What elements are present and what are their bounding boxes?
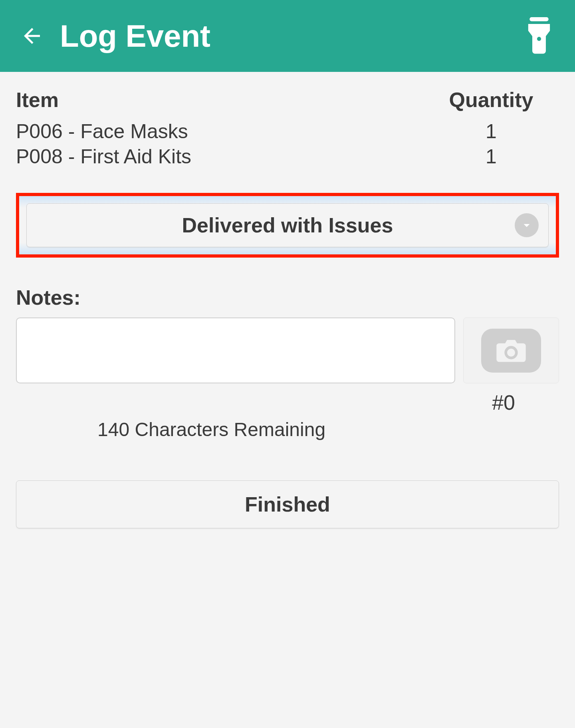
notes-row <box>16 317 559 383</box>
table-row: P006 - Face Masks 1 <box>16 119 559 144</box>
camera-icon <box>481 329 541 373</box>
item-quantity: 1 <box>423 119 559 144</box>
status-dropdown[interactable]: Delivered with Issues <box>26 203 549 247</box>
flashlight-button[interactable] <box>523 16 555 56</box>
svg-rect-0 <box>529 17 549 21</box>
characters-remaining: 140 Characters Remaining <box>16 419 407 440</box>
app-header: Log Event <box>0 0 575 72</box>
table-row: P008 - First Aid Kits 1 <box>16 144 559 169</box>
arrow-left-icon <box>20 24 44 48</box>
flashlight-icon <box>525 17 553 55</box>
item-name: P006 - Face Masks <box>16 119 188 144</box>
page-title: Log Event <box>60 18 523 54</box>
notes-label: Notes: <box>16 286 559 309</box>
back-button[interactable] <box>16 20 48 52</box>
chevron-down-icon <box>515 213 539 237</box>
main-content: Item Quantity P006 - Face Masks 1 P008 -… <box>0 72 575 552</box>
status-selected-label: Delivered with Issues <box>182 213 393 237</box>
finished-button[interactable]: Finished <box>16 480 559 528</box>
camera-button[interactable] <box>463 317 559 383</box>
item-name: P008 - First Aid Kits <box>16 144 191 169</box>
status-highlight-box: Delivered with Issues <box>16 193 559 258</box>
notes-input[interactable] <box>16 317 455 383</box>
finished-label: Finished <box>245 492 330 516</box>
items-table-header: Item Quantity <box>16 88 559 112</box>
svg-point-1 <box>537 37 541 41</box>
column-header-quantity: Quantity <box>423 88 559 112</box>
item-quantity: 1 <box>423 144 559 169</box>
photo-count: #0 <box>16 391 559 415</box>
column-header-item: Item <box>16 88 59 112</box>
